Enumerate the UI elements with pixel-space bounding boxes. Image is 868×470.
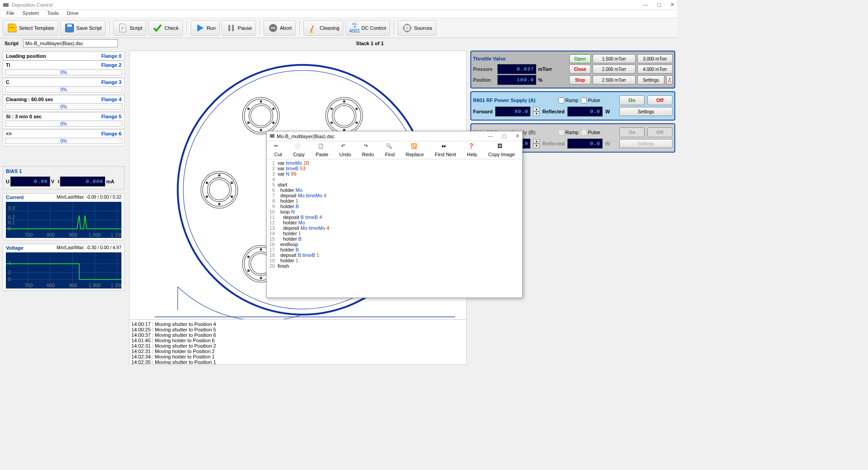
rf-a-fwd-spinner[interactable]: ▲▼	[533, 107, 539, 116]
svg-point-97	[247, 256, 249, 258]
rf-a-pulse-check[interactable]: Pulse	[581, 98, 600, 103]
sources-button[interactable]: Sources	[398, 20, 436, 36]
close-icon[interactable]: ✕	[670, 2, 674, 8]
save-script-button[interactable]: Save Script	[60, 20, 106, 36]
code-line: 1var timeMo 20	[267, 160, 522, 166]
code-line: 20finish	[267, 263, 522, 269]
menu-system[interactable]: System	[19, 10, 43, 18]
code-line: 9 holder B	[267, 204, 522, 209]
editor-close-icon[interactable]: ✕	[515, 133, 520, 139]
menu-bar: File System Tools Drive	[0, 10, 677, 18]
cleaning-button[interactable]: Cleaning	[303, 20, 343, 36]
pause-button[interactable]: Pause	[222, 20, 256, 36]
throttle-preset-1[interactable]: 1.500 mTorr	[593, 54, 636, 63]
window-title: Deposition Control	[12, 2, 53, 8]
current-stats: Min/Last/Max: -0.09 / 0.00 / 0.32	[57, 195, 121, 200]
select-template-button[interactable]: Select Template	[3, 20, 58, 36]
editor-cut-button[interactable]: ✂Cut	[274, 143, 282, 157]
editor-paste-button[interactable]: 📋Paste	[316, 143, 328, 157]
voltage-stats: Min/Last/Max: -0.30 / 0.00 / 4.97	[57, 245, 121, 251]
editor-maximize-icon[interactable]: ▢	[502, 133, 506, 139]
svg-point-66	[331, 122, 333, 124]
check-button[interactable]: Check	[148, 20, 182, 36]
code-line: 13 deposit Mo timeMo 4	[267, 225, 522, 231]
throttle-preset-4[interactable]: 3.000 mTorr	[637, 54, 673, 63]
voltage-graph: VoltageMin/Last/Max: -0.30 / 0.00 / 4.97…	[3, 244, 125, 291]
editor-help-button[interactable]: ❓Help	[467, 143, 478, 157]
script-button[interactable]: Script	[113, 20, 146, 36]
svg-point-92	[260, 248, 262, 250]
cut-icon: ✂	[274, 143, 282, 151]
rf-a-settings-button[interactable]: Settings	[619, 107, 673, 116]
rf-b-ramp-check[interactable]: Ramp	[558, 130, 578, 135]
window-titlebar: Deposition Control — ▢ ✕	[0, 0, 677, 10]
flange-progress: 0%	[5, 138, 122, 144]
current-plot: 0.30.20.10 7008009001 0001 100	[6, 202, 121, 238]
pause-icon	[226, 23, 237, 33]
dc-control-button[interactable]: DC4001DC Control	[345, 20, 390, 36]
svg-rect-1	[9, 27, 14, 28]
svg-point-71	[209, 180, 229, 200]
editor-find-next-button[interactable]: ⏭Find Next	[435, 143, 456, 157]
throttle-position-value: 100.0	[497, 75, 536, 85]
editor-redo-button[interactable]: ↷Redo	[362, 143, 374, 157]
svg-text:DC: DC	[352, 23, 357, 26]
editor-copy-image-button[interactable]: 🖼Copy Image	[488, 143, 515, 157]
throttle-close-button[interactable]: Close	[569, 65, 591, 74]
throttle-settings-button[interactable]: Settings	[637, 75, 664, 84]
svg-rect-3	[67, 24, 72, 27]
throttle-preset-3[interactable]: 2.500 mTorr	[593, 75, 636, 84]
app-icon	[3, 2, 9, 8]
svg-point-9	[354, 25, 356, 28]
rf-b-settings-button[interactable]: Settings	[619, 139, 673, 148]
svg-point-69	[203, 173, 236, 206]
rf-b-on-button[interactable]: On	[619, 127, 645, 137]
svg-text:900: 900	[69, 232, 77, 237]
code-line: 10 loop N	[267, 209, 522, 214]
log-line: 14:02:31 : Moving holder to Position 2	[131, 349, 464, 354]
editor-undo-button[interactable]: ↶Undo	[339, 143, 351, 157]
svg-point-48	[242, 97, 279, 134]
throttle-stop-button[interactable]: Stop	[569, 75, 591, 84]
rf-b-fwd-spinner[interactable]: ▲▼	[533, 139, 539, 148]
editor-find-button[interactable]: 🔍Find	[385, 143, 395, 157]
help-icon: ❓	[468, 143, 476, 151]
log-line: 14:01:45 : Moving holder to Position 6	[131, 338, 464, 343]
rf-supply-a-panel: R601 RF Power Supply (A) Ramp Pulse On O…	[470, 91, 675, 121]
throttle-open-button[interactable]: Open	[569, 54, 591, 63]
code-line: 11 deposit B timeB 4	[267, 214, 522, 220]
throttle-z-button[interactable]: Z	[666, 75, 673, 84]
flange-title: Cleaning : 60.00 sec	[6, 97, 53, 102]
flange-num: Flange 4	[101, 97, 121, 102]
rf-b-pulse-check[interactable]: Pulse	[581, 130, 600, 135]
maximize-icon[interactable]: ▢	[657, 2, 661, 8]
editor-replace-button[interactable]: 🔁Replace	[406, 143, 424, 157]
bias-ma-label: mA	[106, 179, 114, 184]
svg-point-53	[273, 108, 274, 110]
editor-minimize-icon[interactable]: —	[488, 133, 493, 139]
rf-b-off-button[interactable]: Off	[647, 127, 673, 137]
script-label: Script	[5, 41, 19, 46]
abort-button[interactable]: Abort	[264, 20, 296, 36]
minimize-icon[interactable]: —	[643, 2, 648, 8]
throttle-preset-5[interactable]: 4.000 mTorr	[637, 65, 673, 74]
editor-copy-button[interactable]: 📄Copy	[293, 143, 305, 157]
rf-a-on-button[interactable]: On	[619, 95, 645, 105]
flange-title: Ti	[6, 62, 10, 68]
run-button[interactable]: Run	[190, 20, 220, 36]
rf-a-off-button[interactable]: Off	[647, 95, 673, 105]
cleaning-icon	[307, 23, 318, 33]
throttle-preset-2[interactable]: 2.000 mTorr	[593, 65, 636, 74]
script-file-input[interactable]	[23, 39, 118, 47]
rf-a-fwd-label: Forward	[473, 109, 492, 114]
svg-text:4: 4	[8, 261, 11, 266]
menu-drive[interactable]: Drive	[63, 10, 82, 18]
menu-file[interactable]: File	[3, 10, 18, 18]
code-area[interactable]: 1var timeMo 202var timeB 533var N 994 5s…	[267, 159, 522, 298]
rf-a-ramp-check[interactable]: Ramp	[558, 98, 578, 103]
log-line: 14:00:17 : Moving shutter to Position 4	[131, 321, 464, 327]
copy-icon: 📄	[295, 143, 303, 151]
menu-tools[interactable]: Tools	[43, 10, 62, 18]
log-box[interactable]: 14:00:17 : Moving shutter to Position 41…	[130, 319, 466, 364]
rf-b-w-label: W	[605, 141, 610, 146]
